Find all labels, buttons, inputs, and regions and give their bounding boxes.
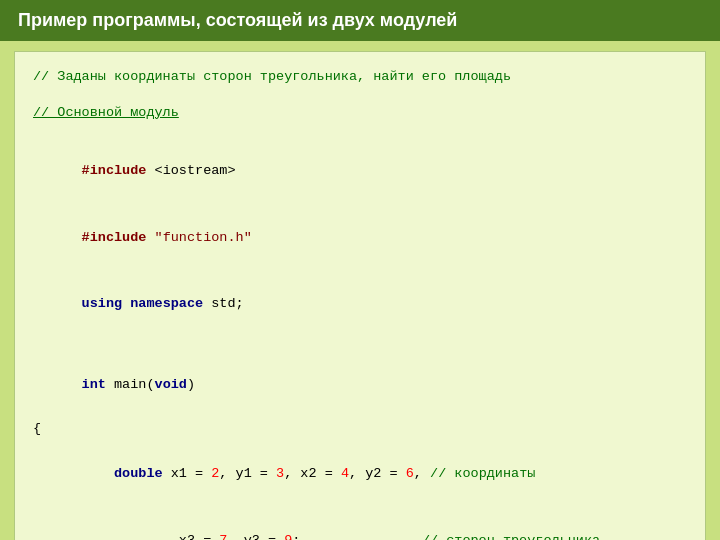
d1-text5: , bbox=[414, 466, 430, 481]
d2-text: , y3 = bbox=[227, 533, 284, 540]
keyword-namespace: namespace bbox=[130, 296, 203, 311]
iostream-text: <iostream> bbox=[155, 163, 236, 178]
slide-title: Пример программы, состоящей из двух моду… bbox=[18, 10, 457, 31]
code-brace-open: { bbox=[33, 418, 687, 440]
keyword-double1: double bbox=[114, 466, 163, 481]
slide-container: Пример программы, состоящей из двух моду… bbox=[0, 0, 720, 540]
main-text: main( bbox=[106, 377, 155, 392]
preprocessor-1: #include bbox=[82, 163, 155, 178]
empty-line-1 bbox=[33, 88, 687, 102]
code-double-line2: x3 = 7, y3 = 9; // сторон треугольника bbox=[33, 507, 687, 540]
keyword-int: int bbox=[82, 377, 106, 392]
preprocessor-2: #include bbox=[82, 230, 155, 245]
function-header: "function.h" bbox=[155, 230, 252, 245]
keyword-using: using bbox=[82, 296, 123, 311]
code-area: // Заданы координаты сторон треугольника… bbox=[14, 51, 706, 540]
indent-d1 bbox=[82, 466, 114, 481]
code-include1: #include <iostream> bbox=[33, 138, 687, 205]
comment-sides: // сторон треугольника bbox=[422, 533, 600, 540]
keyword-void: void bbox=[155, 377, 187, 392]
code-main-sig: int main(void) bbox=[33, 351, 687, 418]
code-comment2: // Основной модуль bbox=[33, 102, 687, 124]
title-bar: Пример программы, состоящей из двух моду… bbox=[0, 0, 720, 41]
comment-coord: // координаты bbox=[430, 466, 535, 481]
std-text: std; bbox=[203, 296, 244, 311]
d2-text2: ; bbox=[292, 533, 422, 540]
num-4: 4 bbox=[341, 466, 349, 481]
num-3: 3 bbox=[276, 466, 284, 481]
main-paren-close: ) bbox=[187, 377, 195, 392]
empty-line-2 bbox=[33, 124, 687, 138]
code-using: using namespace std; bbox=[33, 271, 687, 338]
d1-text4: , y2 = bbox=[349, 466, 406, 481]
indent-d2: x3 = bbox=[82, 533, 220, 540]
code-comment1: // Заданы координаты сторон треугольника… bbox=[33, 66, 687, 88]
d1-text3: , x2 = bbox=[284, 466, 341, 481]
code-double-line1: double x1 = 2, y1 = 3, x2 = 4, y2 = 6, /… bbox=[33, 440, 687, 507]
code-include2: #include "function.h" bbox=[33, 204, 687, 271]
d1-text: x1 = bbox=[163, 466, 212, 481]
empty-line-3 bbox=[33, 338, 687, 352]
num-6: 6 bbox=[406, 466, 414, 481]
d1-text2: , y1 = bbox=[219, 466, 276, 481]
